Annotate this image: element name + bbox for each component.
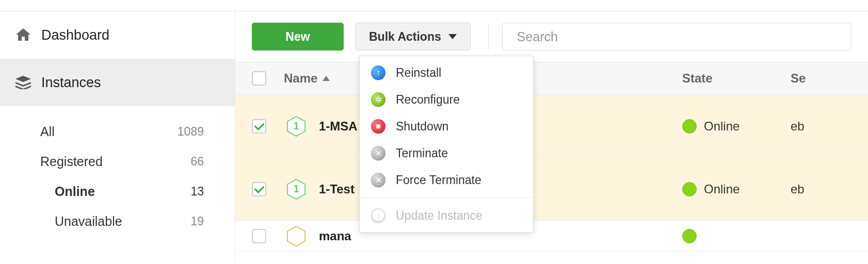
- sidebar-item-label: Instances: [41, 75, 101, 91]
- sidebar-item-label: Dashboard: [41, 27, 109, 43]
- sidebar-sub-unavailable[interactable]: Unavailable 19: [0, 206, 235, 236]
- status-dot-icon: [682, 229, 697, 243]
- hexagon-badge: 1: [284, 177, 309, 202]
- column-header-label: Name: [284, 71, 317, 86]
- checkbox-row[interactable]: [252, 229, 266, 243]
- sidebar-subnav: All 1089 Registered 66 Online 13 Unavail…: [0, 106, 235, 236]
- column-header-server[interactable]: Se: [791, 71, 868, 86]
- checkbox-select-all[interactable]: [252, 71, 266, 86]
- dropdown-item-label: Force Terminate: [396, 173, 481, 187]
- table-row[interactable]: 1 1-Test Online eb: [235, 158, 868, 221]
- hexagon-badge-number: 1: [293, 183, 299, 195]
- toolbar: New Bulk Actions: [235, 11, 868, 62]
- sidebar-sub-label: Online: [55, 184, 95, 199]
- checkbox-row[interactable]: [252, 182, 266, 196]
- sidebar-item-instances[interactable]: Instances: [0, 59, 235, 106]
- toolbar-divider: [488, 23, 489, 50]
- table-row[interactable]: mana: [235, 221, 868, 252]
- hexagon-badge: [284, 224, 309, 249]
- sidebar-sub-online[interactable]: Online 13: [0, 176, 235, 206]
- row-name: mana: [319, 229, 351, 243]
- main-content: New Bulk Actions ↑ Reinstall ✲ Reconfigu…: [235, 11, 868, 264]
- sidebar-sub-registered[interactable]: Registered 66: [0, 146, 235, 176]
- dropdown-item-label: Shutdown: [396, 120, 448, 134]
- stack-icon: [12, 76, 34, 89]
- dropdown-item-reinstall[interactable]: ↑ Reinstall: [360, 59, 533, 86]
- dropdown-divider: [360, 197, 533, 198]
- sort-asc-icon: [323, 76, 330, 81]
- row-server: eb: [791, 119, 805, 133]
- gear-icon: ✲: [371, 92, 385, 107]
- bulk-actions-dropdown: ↑ Reinstall ✲ Reconfigure ■ Shutdown ✕ T…: [359, 56, 534, 233]
- row-state: Online: [704, 182, 740, 196]
- sidebar-sub-label: All: [40, 124, 55, 139]
- arrow-up-icon: ↑: [371, 65, 385, 80]
- bulk-actions-label: Bulk Actions: [369, 30, 441, 44]
- hexagon-badge-number: 1: [293, 120, 299, 132]
- sidebar-sub-label: Registered: [40, 154, 103, 169]
- hexagon-badge: 1: [284, 114, 309, 139]
- search-input[interactable]: [502, 23, 851, 51]
- close-icon: ✕: [371, 146, 385, 160]
- svg-marker-2: [287, 226, 305, 245]
- dropdown-item-shutdown[interactable]: ■ Shutdown: [360, 113, 533, 140]
- sidebar-sub-count: 19: [190, 214, 204, 228]
- column-header-label: Se: [791, 71, 806, 85]
- table-row[interactable]: 1 1-MSA Online eb: [235, 95, 868, 158]
- row-state: Online: [704, 119, 740, 134]
- stop-icon: ■: [371, 119, 385, 134]
- new-button-label: New: [285, 30, 310, 44]
- bulk-actions-button[interactable]: Bulk Actions: [355, 23, 471, 51]
- status-dot-icon: [682, 119, 697, 134]
- column-header-label: State: [682, 71, 713, 85]
- dropdown-item-force-terminate[interactable]: ✕ Force Terminate: [360, 167, 533, 193]
- sidebar-sub-count: 1089: [178, 125, 204, 139]
- row-server: eb: [791, 182, 805, 196]
- sidebar-sub-all[interactable]: All 1089: [0, 117, 235, 146]
- row-name: 1-Test: [319, 182, 355, 196]
- dropdown-item-terminate[interactable]: ✕ Terminate: [360, 140, 533, 167]
- sidebar-item-dashboard[interactable]: Dashboard: [0, 11, 235, 59]
- dropdown-item-update-instance: ↓ Update Instance: [360, 202, 533, 229]
- download-icon: ↓: [371, 208, 385, 223]
- row-name: 1-MSA: [319, 119, 358, 134]
- checkbox-row[interactable]: [252, 119, 266, 134]
- table-header: Name State Se: [235, 62, 868, 95]
- dropdown-item-reconfigure[interactable]: ✲ Reconfigure: [360, 86, 533, 113]
- sidebar-sub-label: Unavailable: [55, 214, 122, 229]
- status-dot-icon: [682, 182, 697, 196]
- sidebar-sub-count: 66: [190, 155, 204, 169]
- sidebar-sub-count: 13: [190, 185, 204, 199]
- sidebar: Dashboard Instances All 1089 Registered …: [0, 11, 235, 264]
- new-button[interactable]: New: [252, 23, 344, 51]
- dropdown-item-label: Update Instance: [396, 209, 483, 223]
- close-icon: ✕: [371, 173, 385, 187]
- topbar: [0, 0, 868, 11]
- dropdown-item-label: Reconfigure: [396, 93, 460, 107]
- chevron-down-icon: [448, 34, 457, 39]
- home-icon: [12, 28, 34, 42]
- dropdown-item-label: Terminate: [396, 146, 448, 160]
- dropdown-item-label: Reinstall: [396, 66, 441, 80]
- column-header-state[interactable]: State: [682, 71, 791, 86]
